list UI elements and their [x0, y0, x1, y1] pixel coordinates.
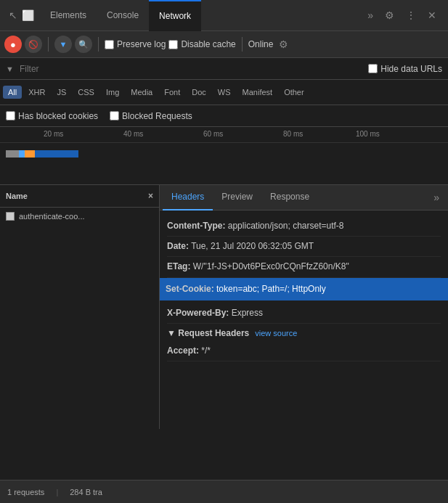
type-filter-css[interactable]: CSS: [73, 86, 99, 99]
filter-input[interactable]: [20, 64, 78, 74]
tab-elements[interactable]: Elements: [40, 0, 97, 31]
main-area: Name × authenticate-coo... Headers Previ…: [0, 185, 448, 429]
request-headers-section[interactable]: ▼ Request Headers view source: [167, 324, 441, 341]
header-etag: ETag: W/"1f-JS+D0vt6PExc0rCQnFfzZ60n/K8": [167, 257, 441, 277]
timeline: 20 ms 40 ms 60 ms 80 ms 100 ms: [0, 127, 448, 185]
network-toolbar: ● 🚫 ▼ 🔍 Preserve log Disable cache Onlin…: [0, 31, 448, 58]
header-key-accept: Accept:: [167, 345, 199, 356]
blocked-requests-checkbox[interactable]: [110, 111, 119, 120]
disable-cache-label[interactable]: Disable cache: [168, 39, 235, 49]
status-bar: 1 requests | 284 B tra: [0, 480, 448, 503]
cursor-icon[interactable]: ↖: [9, 9, 17, 21]
header-set-cookie[interactable]: Set-Cookie: token=abc; Path=/; HttpOnly: [160, 278, 448, 300]
preserve-log-checkbox[interactable]: [105, 40, 114, 49]
network-settings-icon[interactable]: ⚙: [276, 37, 291, 52]
type-filter-img[interactable]: Img: [101, 86, 124, 99]
favicon-icon: [6, 212, 15, 221]
header-key-x-powered-by: X-Powered-By:: [167, 308, 229, 318]
request-name: authenticate-coo...: [19, 212, 85, 221]
disable-cache-checkbox[interactable]: [168, 40, 178, 49]
type-filter-doc[interactable]: Doc: [187, 86, 211, 99]
header-accept: Accept: */*: [167, 341, 441, 361]
tab-headers[interactable]: Headers: [163, 185, 213, 210]
toolbar-separator3: [242, 37, 243, 52]
toolbar-separator: [48, 37, 49, 52]
type-filter-manifest[interactable]: Manifest: [237, 86, 278, 99]
timeline-mark-60: 60 ms: [203, 130, 223, 138]
filter-icon: ▼: [6, 65, 14, 73]
header-date: Date: Tue, 21 Jul 2020 06:32:05 GMT: [167, 237, 441, 257]
header-key-set-cookie: Set-Cookie:: [166, 284, 214, 294]
tab-bar: ↖ ⬜ Elements Console Network » ⚙ ⋮ ✕: [0, 0, 448, 31]
hide-data-urls-checkbox[interactable]: [368, 64, 378, 73]
type-filter-all[interactable]: All: [3, 86, 22, 99]
inspect-icon[interactable]: ⬜: [22, 9, 34, 21]
filter-button[interactable]: ▼: [54, 36, 72, 53]
header-content-type: Content-Type: application/json; charset=…: [167, 216, 441, 237]
has-blocked-cookies-label[interactable]: Has blocked cookies: [6, 111, 98, 121]
type-filter-font[interactable]: Font: [159, 86, 185, 99]
detail-tabs: Headers Preview Response »: [160, 185, 448, 210]
timeline-ruler: 20 ms 40 ms 60 ms 80 ms 100 ms: [0, 127, 448, 143]
tbar-ttfb: [19, 150, 25, 158]
timeline-bars: [0, 143, 448, 185]
devtools-icons: ↖ ⬜: [3, 9, 40, 21]
tbar-download: [25, 150, 35, 158]
header-value-content-type: application/json; charset=utf-8: [225, 221, 343, 231]
request-headers-label: ▼ Request Headers: [167, 328, 249, 338]
type-filter-media[interactable]: Media: [126, 86, 158, 99]
name-panel: Name × authenticate-coo...: [0, 185, 160, 429]
header-key-etag: ETag:: [167, 261, 190, 271]
header-value-date: Tue, 21 Jul 2020 06:32:05 GMT: [189, 241, 314, 251]
type-filter-other[interactable]: Other: [279, 86, 309, 99]
detail-panel: Headers Preview Response » Content-Type:…: [160, 185, 448, 429]
timeline-mark-40: 40 ms: [123, 130, 143, 138]
tab-network[interactable]: Network: [149, 0, 201, 31]
type-filter-js[interactable]: JS: [52, 86, 71, 99]
name-column-label: Name: [6, 192, 28, 200]
timeline-mark-20: 20 ms: [44, 130, 63, 138]
name-panel-close[interactable]: ×: [148, 191, 153, 201]
headers-content: Content-Type: application/json; charset=…: [160, 210, 448, 429]
block-button[interactable]: 🚫: [25, 36, 42, 53]
header-x-powered-by: X-Powered-By: Express: [167, 303, 441, 324]
close-icon[interactable]: ✕: [425, 8, 439, 23]
timeline-mark-80: 80 ms: [283, 130, 303, 138]
requests-count: 1 requests: [7, 488, 44, 496]
view-source-link[interactable]: view source: [255, 329, 297, 338]
more-detail-tabs-icon[interactable]: »: [428, 192, 445, 203]
tab-preview[interactable]: Preview: [213, 185, 261, 210]
header-key-content-type: Content-Type:: [167, 221, 225, 231]
type-filter-xhr[interactable]: XHR: [23, 86, 50, 99]
header-value-accept: */*: [199, 345, 211, 356]
timeline-mark-100: 100 ms: [356, 130, 380, 138]
header-key-date: Date:: [167, 241, 189, 251]
has-blocked-cookies-checkbox[interactable]: [6, 111, 15, 120]
record-button[interactable]: ●: [4, 36, 22, 53]
tab-bar-right: » ⚙ ⋮ ✕: [364, 8, 445, 23]
search-button[interactable]: 🔍: [75, 36, 92, 53]
name-panel-header: Name ×: [0, 185, 159, 208]
transfer-size: 284 B tra: [70, 488, 102, 496]
online-label: Online: [248, 39, 274, 49]
tbar-main: [35, 150, 78, 158]
filter-bar: ▼ Hide data URLs: [0, 58, 448, 80]
more-menu-icon[interactable]: ⋮: [403, 8, 419, 23]
type-filter-ws[interactable]: WS: [213, 86, 236, 99]
toolbar-separator2: [98, 37, 99, 52]
header-value-set-cookie: token=abc; Path=/; HttpOnly: [214, 284, 326, 294]
list-item[interactable]: authenticate-coo...: [0, 208, 159, 225]
type-filter-bar: All XHR JS CSS Img Media Font Doc WS Man…: [0, 80, 448, 105]
checkbox-bar: Has blocked cookies Blocked Requests: [0, 105, 448, 127]
status-separator: |: [56, 488, 58, 496]
more-tabs-icon[interactable]: »: [364, 8, 376, 23]
preserve-log-label[interactable]: Preserve log: [105, 39, 166, 49]
hide-data-urls-label[interactable]: Hide data URLs: [368, 64, 442, 74]
blocked-requests-label[interactable]: Blocked Requests: [110, 111, 192, 121]
tbar-stall: [6, 150, 19, 158]
header-value-etag: W/"1f-JS+D0vt6PExc0rCQnFfzZ60n/K8": [190, 261, 349, 271]
tab-response[interactable]: Response: [261, 185, 318, 210]
header-value-x-powered-by: Express: [229, 308, 263, 318]
settings-icon[interactable]: ⚙: [382, 8, 397, 23]
tab-console[interactable]: Console: [97, 0, 149, 31]
